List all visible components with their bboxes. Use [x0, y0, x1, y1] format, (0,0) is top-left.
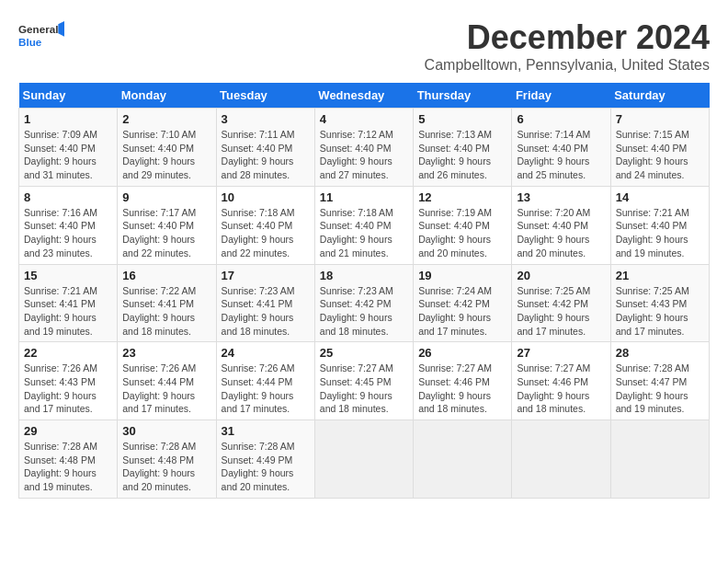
table-row: 29 Sunrise: 7:28 AM Sunset: 4:48 PM Dayl…	[19, 420, 118, 499]
table-row: 21 Sunrise: 7:25 AM Sunset: 4:43 PM Dayl…	[610, 264, 709, 342]
table-row: 19 Sunrise: 7:24 AM Sunset: 4:42 PM Dayl…	[414, 264, 512, 342]
table-row: 4 Sunrise: 7:12 AM Sunset: 4:40 PM Dayli…	[314, 109, 413, 187]
table-row: 26 Sunrise: 7:27 AM Sunset: 4:46 PM Dayl…	[414, 342, 512, 420]
table-row: 8 Sunrise: 7:16 AM Sunset: 4:40 PM Dayli…	[19, 186, 118, 264]
table-row: 10 Sunrise: 7:18 AM Sunset: 4:40 PM Dayl…	[216, 186, 314, 264]
table-row: 7 Sunrise: 7:15 AM Sunset: 4:40 PM Dayli…	[610, 109, 709, 187]
calendar-week-5: 29 Sunrise: 7:28 AM Sunset: 4:48 PM Dayl…	[19, 420, 710, 499]
col-monday: Monday	[118, 83, 216, 109]
calendar-week-3: 15 Sunrise: 7:21 AM Sunset: 4:41 PM Dayl…	[19, 264, 710, 342]
calendar-week-2: 8 Sunrise: 7:16 AM Sunset: 4:40 PM Dayli…	[19, 186, 710, 264]
table-row: 3 Sunrise: 7:11 AM Sunset: 4:40 PM Dayli…	[216, 109, 314, 187]
table-row	[512, 420, 610, 499]
table-row	[414, 420, 512, 499]
table-row: 28 Sunrise: 7:28 AM Sunset: 4:47 PM Dayl…	[610, 342, 709, 420]
table-row: 22 Sunrise: 7:26 AM Sunset: 4:43 PM Dayl…	[19, 342, 118, 420]
table-row: 25 Sunrise: 7:27 AM Sunset: 4:45 PM Dayl…	[314, 342, 413, 420]
table-row: 13 Sunrise: 7:20 AM Sunset: 4:40 PM Dayl…	[512, 186, 610, 264]
svg-text:Blue: Blue	[18, 36, 42, 48]
table-row: 16 Sunrise: 7:22 AM Sunset: 4:41 PM Dayl…	[118, 264, 216, 342]
table-row: 20 Sunrise: 7:25 AM Sunset: 4:42 PM Dayl…	[512, 264, 610, 342]
table-row: 23 Sunrise: 7:26 AM Sunset: 4:44 PM Dayl…	[118, 342, 216, 420]
table-row: 11 Sunrise: 7:18 AM Sunset: 4:40 PM Dayl…	[314, 186, 413, 264]
table-row: 1 Sunrise: 7:09 AM Sunset: 4:40 PM Dayli…	[19, 109, 118, 187]
col-wednesday: Wednesday	[314, 83, 413, 109]
table-row: 30 Sunrise: 7:28 AM Sunset: 4:48 PM Dayl…	[118, 420, 216, 499]
table-row: 15 Sunrise: 7:21 AM Sunset: 4:41 PM Dayl…	[19, 264, 118, 342]
table-row: 27 Sunrise: 7:27 AM Sunset: 4:46 PM Dayl…	[512, 342, 610, 420]
calendar-subtitle: Campbelltown, Pennsylvania, United State…	[425, 57, 710, 74]
calendar-week-1: 1 Sunrise: 7:09 AM Sunset: 4:40 PM Dayli…	[19, 109, 710, 187]
table-row: 9 Sunrise: 7:17 AM Sunset: 4:40 PM Dayli…	[118, 186, 216, 264]
title-area: December 2024 Campbelltown, Pennsylvania…	[425, 18, 710, 74]
table-row: 18 Sunrise: 7:23 AM Sunset: 4:42 PM Dayl…	[314, 264, 413, 342]
table-row: 24 Sunrise: 7:26 AM Sunset: 4:44 PM Dayl…	[216, 342, 314, 420]
svg-text:General: General	[18, 23, 58, 35]
svg-marker-2	[58, 21, 64, 37]
col-sunday: Sunday	[19, 83, 118, 109]
table-row	[610, 420, 709, 499]
table-row: 2 Sunrise: 7:10 AM Sunset: 4:40 PM Dayli…	[118, 109, 216, 187]
col-saturday: Saturday	[610, 83, 709, 109]
col-tuesday: Tuesday	[216, 83, 314, 109]
table-row: 14 Sunrise: 7:21 AM Sunset: 4:40 PM Dayl…	[610, 186, 709, 264]
table-row: 31 Sunrise: 7:28 AM Sunset: 4:49 PM Dayl…	[216, 420, 314, 499]
table-row: 6 Sunrise: 7:14 AM Sunset: 4:40 PM Dayli…	[512, 109, 610, 187]
logo: General Blue	[18, 18, 64, 52]
table-row	[314, 420, 413, 499]
table-row: 5 Sunrise: 7:13 AM Sunset: 4:40 PM Dayli…	[414, 109, 512, 187]
header-row: Sunday Monday Tuesday Wednesday Thursday…	[19, 83, 710, 109]
calendar-table: Sunday Monday Tuesday Wednesday Thursday…	[18, 83, 710, 499]
header: General Blue December 2024 Campbelltown,…	[18, 18, 710, 74]
calendar-title: December 2024	[425, 18, 710, 57]
col-friday: Friday	[512, 83, 610, 109]
logo-icon: General Blue	[18, 18, 64, 52]
table-row: 12 Sunrise: 7:19 AM Sunset: 4:40 PM Dayl…	[414, 186, 512, 264]
table-row: 17 Sunrise: 7:23 AM Sunset: 4:41 PM Dayl…	[216, 264, 314, 342]
col-thursday: Thursday	[414, 83, 512, 109]
calendar-week-4: 22 Sunrise: 7:26 AM Sunset: 4:43 PM Dayl…	[19, 342, 710, 420]
